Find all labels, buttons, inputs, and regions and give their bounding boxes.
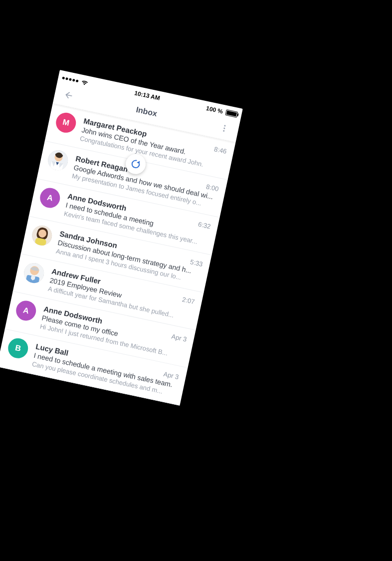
avatar-photo-icon <box>22 261 45 284</box>
page-title: Inbox <box>135 105 158 118</box>
more-vertical-icon <box>219 123 229 133</box>
battery-icon <box>225 109 238 118</box>
avatar <box>22 261 45 284</box>
avatar: A <box>14 299 37 322</box>
avatar-letter: B <box>14 343 22 353</box>
back-button[interactable] <box>57 82 81 108</box>
svg-point-2 <box>223 130 225 132</box>
avatar-photo-icon <box>46 148 70 172</box>
message-list[interactable]: MMargaret Peackop8:46John wins CEO of th… <box>0 103 235 405</box>
avatar-photo-icon <box>30 224 54 247</box>
more-menu-button[interactable] <box>212 115 236 141</box>
phone-frame: 10:13 AM 100 % Inbox <box>0 70 243 406</box>
avatar-letter: M <box>62 118 70 128</box>
avatar-letter: A <box>46 193 54 203</box>
avatar: A <box>38 186 62 210</box>
signal-dots-icon <box>62 76 78 82</box>
svg-point-1 <box>223 127 225 129</box>
avatar: B <box>6 336 29 360</box>
avatar-letter: A <box>22 305 30 315</box>
svg-point-0 <box>224 125 226 127</box>
arrow-left-icon <box>63 89 75 101</box>
wifi-icon <box>81 79 89 86</box>
avatar <box>30 224 54 247</box>
avatar <box>46 148 70 172</box>
refresh-icon <box>129 158 142 171</box>
avatar: M <box>54 111 78 134</box>
